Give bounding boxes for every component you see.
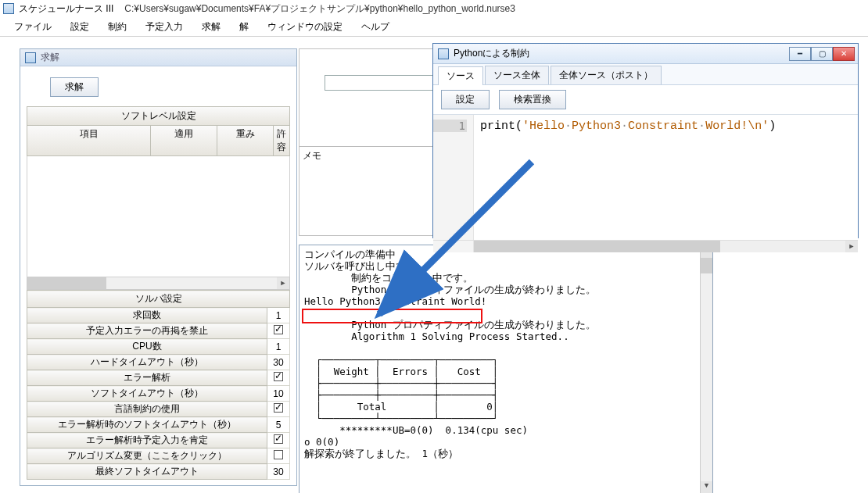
- row-label: エラー解析: [27, 370, 267, 386]
- col-item[interactable]: 項目: [27, 126, 151, 155]
- row-label: 予定入力エラーの再掲を禁止: [27, 323, 267, 339]
- col-apply[interactable]: 適用: [151, 126, 217, 155]
- col-allow[interactable]: 許容: [274, 126, 289, 155]
- row-label: 言語制約の使用: [27, 402, 267, 417]
- table-row[interactable]: ソフトタイムアウト（秒）10: [27, 386, 290, 402]
- window-icon: [438, 48, 449, 59]
- menu-solve[interactable]: 求解: [194, 19, 228, 35]
- code-editor[interactable]: 1 print('Hello·Python3·Constraint·World!…: [433, 115, 858, 240]
- python-constraint-window: Pythonによる制約 ━ ▢ ✕ ソース ソース全体 全体ソース（ポスト） 設…: [432, 43, 859, 238]
- scroll-thumb[interactable]: [474, 241, 720, 252]
- table-row[interactable]: 求回数1: [27, 308, 290, 323]
- settings-button[interactable]: 設定: [441, 90, 490, 109]
- table-row[interactable]: 最終ソフトタイムアウト30: [27, 464, 290, 480]
- solver-settings-header: ソルバ設定: [27, 291, 290, 308]
- app-titlebar: スケジュールナース III C:¥Users¥sugaw¥Documents¥F…: [0, 0, 868, 17]
- row-value[interactable]: 10: [267, 386, 290, 402]
- tab-source-all[interactable]: ソース全体: [485, 66, 549, 84]
- table-row[interactable]: エラー解析時予定入力を肯定: [27, 433, 290, 448]
- window-icon: [25, 52, 36, 63]
- row-value[interactable]: [267, 448, 290, 464]
- row-label: アルゴリズム変更（ここをクリック）: [27, 448, 267, 464]
- app-title: スケジュールナース III: [19, 2, 113, 16]
- table-row[interactable]: CPU数1: [27, 339, 290, 355]
- checkbox[interactable]: [274, 434, 283, 444]
- row-value[interactable]: 5: [267, 417, 290, 433]
- scroll-thumb[interactable]: [27, 277, 106, 289]
- python-window-title: Pythonによる制約: [454, 47, 529, 60]
- scroll-right-icon[interactable]: ►: [845, 241, 858, 252]
- row-value[interactable]: 30: [267, 464, 290, 480]
- code-line[interactable]: print('Hello·Python3·Constraint·World!\n…: [474, 115, 858, 240]
- solve-window: 求解 求解 ソフトレベル設定 項目 適用 重み 許容 ◄ ►: [20, 48, 297, 486]
- progress-field[interactable]: [325, 75, 434, 91]
- row-label: エラー解析時予定入力を肯定: [27, 433, 267, 448]
- row-value[interactable]: 30: [267, 355, 290, 370]
- row-value[interactable]: [267, 323, 290, 339]
- solve-window-titlebar[interactable]: 求解: [20, 49, 296, 66]
- checkbox[interactable]: [274, 325, 283, 334]
- menu-help[interactable]: ヘルプ: [353, 19, 397, 35]
- col-weight[interactable]: 重み: [217, 126, 274, 155]
- row-value[interactable]: [267, 433, 290, 448]
- menu-file[interactable]: ファイル: [6, 19, 59, 35]
- row-label: ソフトタイムアウト（秒）: [27, 386, 267, 402]
- console-text: コンパイルの準備中 ソルバを呼び出し中です。 制約をコンパイル中です。 Pyth…: [299, 245, 700, 493]
- python-window-titlebar[interactable]: Pythonによる制約 ━ ▢ ✕: [433, 44, 858, 64]
- python-tabs: ソース ソース全体 全体ソース（ポスト）: [433, 64, 858, 85]
- maximize-button[interactable]: ▢: [811, 47, 833, 61]
- minimize-button[interactable]: ━: [789, 47, 811, 61]
- checkbox[interactable]: [274, 450, 283, 459]
- row-label: ハードタイムアウト（秒）: [27, 355, 267, 370]
- row-label: 最終ソフトタイムアウト: [27, 464, 267, 480]
- menu-window-settings[interactable]: ウィンドウの設定: [260, 19, 350, 35]
- soft-level-header: ソフトレベル設定: [27, 106, 290, 126]
- app-icon: [3, 3, 14, 14]
- menu-constraint[interactable]: 制約: [100, 19, 135, 35]
- scroll-right-icon[interactable]: ►: [277, 277, 289, 289]
- table-row[interactable]: エラー解析時のソフトタイムアウト（秒）5: [27, 417, 290, 433]
- checkbox[interactable]: [274, 403, 283, 413]
- output-console[interactable]: コンパイルの準備中 ソルバを呼び出し中です。 制約をコンパイル中です。 Pyth…: [299, 245, 713, 493]
- table-row[interactable]: ハードタイムアウト（秒）30: [27, 355, 290, 370]
- soft-level-hscroll[interactable]: ◄ ►: [27, 277, 290, 290]
- menu-solution[interactable]: 解: [231, 19, 256, 35]
- row-label: 求回数: [27, 308, 267, 323]
- row-value[interactable]: 1: [267, 308, 290, 323]
- menu-settings[interactable]: 設定: [63, 19, 97, 35]
- line-gutter: 1: [433, 115, 474, 240]
- code-hscroll[interactable]: ◄ ►: [433, 240, 858, 252]
- row-label: CPU数: [27, 339, 267, 355]
- row-value[interactable]: 1: [267, 339, 290, 355]
- solve-window-title: 求解: [41, 51, 59, 64]
- table-row[interactable]: 予定入力エラーの再掲を禁止: [27, 323, 290, 339]
- row-label: エラー解析時のソフトタイムアウト（秒）: [27, 417, 267, 433]
- find-replace-button[interactable]: 検索置換: [499, 90, 566, 109]
- console-vscroll[interactable]: ▲ ▼: [700, 245, 712, 493]
- menubar: ファイル 設定 制約 予定入力 求解 解 ウィンドウの設定 ヘルプ: [0, 17, 868, 36]
- soft-level-body[interactable]: [27, 156, 290, 277]
- scroll-down-icon[interactable]: ▼: [701, 481, 712, 493]
- app-file-path: C:¥Users¥sugaw¥Documents¥FA¥プロジェクトサンプル¥p…: [124, 2, 515, 16]
- solver-settings-table: ソルバ設定 求回数1予定入力エラーの再掲を禁止CPU数1ハードタイムアウト（秒）…: [27, 290, 290, 480]
- line-number: 1: [433, 120, 467, 132]
- tab-source[interactable]: ソース: [438, 66, 483, 85]
- table-row[interactable]: 言語制約の使用: [27, 402, 290, 417]
- memo-label: メモ: [303, 149, 321, 163]
- tab-source-post[interactable]: 全体ソース（ポスト）: [551, 66, 662, 84]
- checkbox[interactable]: [274, 372, 283, 381]
- menu-schedule-input[interactable]: 予定入力: [138, 19, 191, 35]
- solve-button[interactable]: 求解: [50, 77, 99, 97]
- table-row[interactable]: エラー解析: [27, 370, 290, 386]
- row-value[interactable]: [267, 370, 290, 386]
- table-row[interactable]: アルゴリズム変更（ここをクリック）: [27, 448, 290, 464]
- workspace: 求解 求解 ソフトレベル設定 項目 適用 重み 許容 ◄ ►: [0, 37, 868, 493]
- close-button[interactable]: ✕: [833, 47, 855, 61]
- row-value[interactable]: [267, 402, 290, 417]
- scroll-thumb[interactable]: [701, 258, 712, 273]
- python-toolbar: 設定 検索置換: [433, 85, 858, 115]
- soft-level-columns: 項目 適用 重み 許容: [27, 126, 290, 156]
